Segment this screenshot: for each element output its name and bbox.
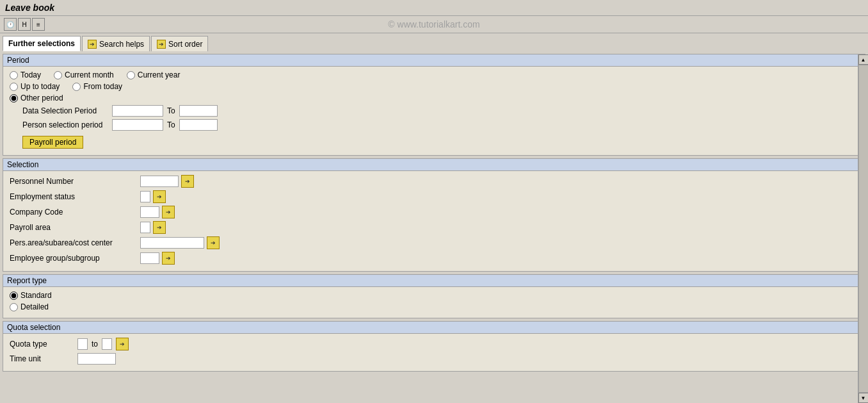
employment-status-input[interactable] xyxy=(140,191,150,202)
period-row-1: Today Current month Current year xyxy=(10,70,858,79)
person-selection-row: Person selection period To xyxy=(10,119,858,131)
scroll-down-arrow[interactable]: ▼ xyxy=(858,393,869,400)
personnel-number-btn[interactable]: ➔ xyxy=(181,175,194,188)
quota-type-to-label: to xyxy=(92,340,98,349)
employment-status-label: Employment status xyxy=(10,192,138,201)
data-selection-to-input[interactable] xyxy=(179,105,218,117)
radio-from-today[interactable]: From today xyxy=(72,82,122,91)
quota-type-from-input[interactable] xyxy=(77,338,88,350)
current-year-label: Current year xyxy=(138,70,181,79)
radio-other-period-input[interactable] xyxy=(10,94,18,103)
radio-today-input[interactable] xyxy=(10,71,18,79)
scroll-track xyxy=(858,65,869,393)
clock-icon-btn[interactable]: 🕐 xyxy=(4,18,17,31)
person-selection-to-input[interactable] xyxy=(179,119,218,131)
company-code-row: Company Code ➔ xyxy=(10,206,858,218)
payroll-area-input[interactable] xyxy=(140,222,150,233)
period-section: Period Today Current month Current year xyxy=(3,54,865,156)
quota-selection-content: Quota type to ➔ Time unit xyxy=(3,334,865,371)
data-selection-to-label: To xyxy=(167,106,175,115)
employee-group-btn[interactable]: ➔ xyxy=(162,252,175,265)
radio-detailed-input[interactable] xyxy=(10,303,18,311)
selection-section: Selection Personnel Number ➔ Employment … xyxy=(3,158,865,272)
period-content: Today Current month Current year Up to t… xyxy=(3,67,865,155)
quota-type-label: Quota type xyxy=(10,340,74,349)
personnel-number-input[interactable] xyxy=(140,176,179,187)
company-code-btn[interactable]: ➔ xyxy=(162,206,175,218)
right-scrollbar: ▲ ▼ xyxy=(858,54,868,400)
save-icon-btn[interactable]: ≡ xyxy=(32,18,45,31)
radio-current-month-input[interactable] xyxy=(54,71,62,79)
today-label: Today xyxy=(20,70,41,79)
quota-selection-title: Quota selection xyxy=(3,322,865,334)
period-row-3: Other period xyxy=(10,94,858,103)
quota-type-btn[interactable]: ➔ xyxy=(116,338,129,350)
employment-status-btn[interactable]: ➔ xyxy=(153,190,166,203)
tab-arrow-search: ➔ xyxy=(88,40,97,49)
employment-status-row: Employment status ➔ xyxy=(10,190,858,203)
radio-current-year-input[interactable] xyxy=(127,71,135,79)
pers-area-row: Pers.area/subarea/cost center ➔ xyxy=(10,236,858,249)
info-icon-btn[interactable]: H xyxy=(18,18,31,31)
radio-other-period[interactable]: Other period xyxy=(10,94,63,103)
tab-search-helps[interactable]: ➔ Search helps xyxy=(82,36,150,51)
quota-type-to-input[interactable] xyxy=(102,338,112,350)
report-type-content: Standard Detailed xyxy=(3,287,865,318)
tab-sort-order[interactable]: ➔ Sort order xyxy=(151,36,208,51)
radio-detailed[interactable]: Detailed xyxy=(10,302,49,311)
time-unit-input[interactable] xyxy=(77,353,116,365)
pers-area-input[interactable] xyxy=(140,237,204,249)
person-selection-to-label: To xyxy=(167,120,175,129)
toolbar-watermark: © www.tutorialkart.com xyxy=(388,19,479,29)
company-code-label: Company Code xyxy=(10,208,138,217)
detailed-row: Detailed xyxy=(10,302,858,311)
pers-area-btn[interactable]: ➔ xyxy=(207,236,220,249)
payroll-period-row: Payroll period xyxy=(10,133,858,149)
quota-selection-section: Quota selection Quota type to ➔ Time uni… xyxy=(3,321,865,372)
employee-group-row: Employee group/subgroup ➔ xyxy=(10,252,858,265)
employee-group-input[interactable] xyxy=(140,252,159,264)
toolbar: 🕐 H ≡ © www.tutorialkart.com xyxy=(0,16,868,33)
title-bar: Leave book xyxy=(0,0,868,16)
person-selection-from-input[interactable] xyxy=(112,119,163,131)
payroll-area-row: Payroll area ➔ xyxy=(10,221,858,234)
time-unit-row: Time unit xyxy=(10,353,858,365)
radio-standard-input[interactable] xyxy=(10,292,18,300)
quota-type-row: Quota type to ➔ xyxy=(10,338,858,350)
data-selection-label: Data Selection Period xyxy=(10,106,112,115)
pers-area-label: Pers.area/subarea/cost center xyxy=(10,238,138,247)
tabs-bar: Further selections ➔ Search helps ➔ Sort… xyxy=(0,33,868,51)
data-selection-from-input[interactable] xyxy=(112,105,163,117)
further-selections-label: Further selections xyxy=(8,39,75,48)
radio-today[interactable]: Today xyxy=(10,70,41,79)
payroll-period-button[interactable]: Payroll period xyxy=(22,136,83,149)
period-title: Period xyxy=(3,54,865,67)
current-month-label: Current month xyxy=(65,70,114,79)
from-today-label: From today xyxy=(83,82,122,91)
report-type-title: Report type xyxy=(3,275,865,287)
company-code-input[interactable] xyxy=(140,206,159,218)
tab-further-selections[interactable]: Further selections xyxy=(3,36,81,51)
standard-row: Standard xyxy=(10,291,858,300)
personnel-number-label: Personnel Number xyxy=(10,177,138,186)
radio-current-month[interactable]: Current month xyxy=(54,70,114,79)
radio-up-to-today-input[interactable] xyxy=(10,83,18,91)
employee-group-label: Employee group/subgroup xyxy=(10,254,138,263)
selection-title: Selection xyxy=(3,159,865,171)
person-selection-label: Person selection period xyxy=(10,120,112,129)
page-title: Leave book xyxy=(5,3,54,13)
tab-arrow-sort: ➔ xyxy=(157,40,166,49)
payroll-area-btn[interactable]: ➔ xyxy=(153,221,166,234)
radio-up-to-today[interactable]: Up to today xyxy=(10,82,60,91)
detailed-label: Detailed xyxy=(20,302,49,311)
radio-standard[interactable]: Standard xyxy=(10,291,52,300)
sort-order-label: Sort order xyxy=(168,40,202,49)
main-content: Period Today Current month Current year xyxy=(0,51,868,400)
other-period-label: Other period xyxy=(20,94,63,103)
data-selection-row: Data Selection Period To xyxy=(10,105,858,117)
scroll-up-arrow[interactable]: ▲ xyxy=(858,54,869,65)
report-type-section: Report type Standard Detailed xyxy=(3,274,865,318)
radio-current-year[interactable]: Current year xyxy=(127,70,181,79)
radio-from-today-input[interactable] xyxy=(72,83,81,91)
search-helps-label: Search helps xyxy=(99,40,144,49)
